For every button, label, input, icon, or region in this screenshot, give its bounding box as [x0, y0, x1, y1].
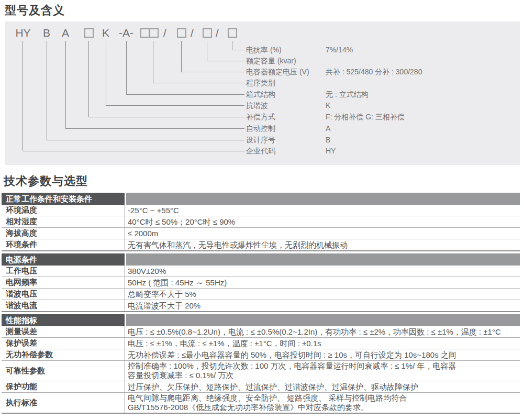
- section-header-label: 正常工作条件和安装条件: [2, 193, 125, 205]
- legend-value: 共补 : 525/480 分补 : 300/280: [326, 67, 422, 77]
- row-label: 谐波电压: [2, 289, 125, 300]
- row-label: 相对湿度: [2, 216, 125, 227]
- model-code-diagram: HY B A K -A- / / / 电抗率 (%)7%/14% 额定容量 (k…: [5, 21, 520, 165]
- row-label: 工作电压: [2, 266, 125, 277]
- legend-row: 程序类别: [246, 78, 518, 88]
- row-value: 电气间隙与爬电距离、绝缘强度、安全防护、 短路强度、 采样与控制电路均符合 GB…: [125, 393, 520, 413]
- row-value: 电流谐波不大于 20%: [125, 301, 520, 311]
- legend-value: 无 : 立式结构: [326, 89, 369, 100]
- row-label: 电网频率: [2, 277, 125, 288]
- code-auto: A: [60, 26, 71, 40]
- legend-label: 抗谐波: [246, 100, 326, 110]
- row-value: 总畸变率不大于 5%: [125, 289, 520, 300]
- connector-line: [23, 41, 244, 151]
- row-value: 电压 : ≤ ±0.5%(0.8~1.2Un)，电流 : ≤ ±0.5%(0.2…: [125, 327, 520, 337]
- legend-label: 箱式结构: [246, 89, 326, 100]
- legend-value: F: 分相补偿 G: 三相补偿: [326, 112, 405, 122]
- legend-label: 补偿方式: [246, 112, 326, 122]
- row-label: 可靠性参数: [2, 361, 125, 381]
- code-placeholder-box: [140, 28, 150, 38]
- legend-label: 额定容量 (kvar): [246, 56, 326, 66]
- row-label: 保护误差: [2, 338, 125, 349]
- legend-row: 电容器额定电压 (V)共补 : 525/480 分补 : 300/280: [246, 67, 518, 77]
- table-section-power-conditions: 电源条件 工作电压 380V±20% 电网频率 50Hz ( 范围 : 45Hz…: [2, 253, 520, 312]
- document-page: 型号及含义 HY B A K -A- / / / 电抗率 (%)7%/14%: [0, 0, 524, 420]
- code-harmonic: K: [101, 26, 111, 40]
- table-row: 可靠性参数 控制准确率 : 100%，投切允许次数 : 100 万次，电容器容量…: [2, 361, 520, 381]
- code-prefix: HY: [15, 26, 31, 40]
- header-fill: [126, 314, 520, 326]
- row-value: 电压 : ≤ ±1%，电流 : ≤ ±1%，温度 : ±1°C，时间 : ±0.…: [125, 338, 520, 349]
- table-row: 保护功能 过压保护、欠压保护、短路保护、过流保护、过谐波保护、过温保护、驱动故障…: [2, 381, 520, 393]
- table-section-performance: 性能指标 测量误差 电压 : ≤ ±0.5%(0.8~1.2Un)，电流 : ≤…: [2, 314, 520, 414]
- legend-value: 7%/14%: [326, 45, 353, 55]
- table-row: 谐波电压 总畸变率不大于 5%: [2, 289, 520, 300]
- section-header: 电源条件: [2, 253, 520, 266]
- table-row: 保护误差 电压 : ≤ ±1%，电流 : ≤ ±1%，温度 : ±1°C，时间 …: [2, 338, 520, 349]
- table-row: 工作电压 380V±20%: [2, 266, 520, 277]
- row-label: 执行标准: [2, 393, 125, 413]
- table-row: 海拔高度 ≤ 2000m: [2, 228, 520, 239]
- legend-row: 抗谐波K: [246, 100, 518, 110]
- table-row: 谐波电流 电流谐波不大于 20%: [2, 300, 520, 312]
- code-design: B: [41, 26, 52, 40]
- code-placeholder-box: [177, 28, 186, 38]
- legend-value: A: [326, 123, 330, 134]
- table-row: 无功补偿参数 无功补偿误差 : ≤最小电容器容量的 50%，电容投切时间 : ≥…: [2, 349, 520, 361]
- model-section-title: 型号及含义: [5, 3, 65, 18]
- code-placeholder-box: [149, 28, 159, 38]
- row-value: 过压保护、欠压保护、短路保护、过流保护、过谐波保护、过温保护、驱动故障保护: [125, 382, 520, 392]
- section-header: 正常工作条件和安装条件: [2, 193, 520, 205]
- legend-label: 电容器额定电压 (V): [246, 67, 326, 77]
- legend-label: 电抗率 (%): [246, 45, 326, 55]
- row-label: 海拔高度: [2, 228, 125, 239]
- legend-row: 自动控制A: [246, 123, 518, 134]
- code-fixed: -A-: [116, 26, 137, 40]
- legend-label: 自动控制: [246, 123, 326, 134]
- legend-value: K: [326, 100, 330, 110]
- code-slash: /: [213, 26, 221, 40]
- legend-row: 箱式结构无 : 立式结构: [246, 89, 518, 100]
- row-label: 测量误差: [2, 326, 125, 337]
- section-header-label: 电源条件: [2, 253, 125, 266]
- legend-row: 设计序号B: [246, 135, 518, 145]
- legend-label: 程序类别: [246, 78, 326, 88]
- row-value: 控制准确率 : 100%，投切允许次数 : 100 万次，电容器容量运行时间衰减…: [125, 361, 520, 381]
- header-fill: [126, 193, 520, 205]
- header-fill: [126, 253, 520, 266]
- legend-label: 企业代码: [246, 146, 326, 156]
- params-section-title: 技术参数与选型: [4, 173, 88, 189]
- legend-row: 额定容量 (kvar): [246, 56, 518, 66]
- row-value: ≤ 2000m: [125, 228, 520, 239]
- row-value: 40°C时 ≤ 50%；20°C时 ≤ 90%: [125, 217, 520, 227]
- row-label: 谐波电流: [2, 300, 125, 311]
- legend-row: 电抗率 (%)7%/14%: [246, 45, 518, 55]
- code-placeholder-box: [228, 28, 237, 38]
- legend-label: 设计序号: [246, 135, 326, 145]
- section-header: 性能指标: [2, 314, 520, 326]
- row-value: 380V±20%: [125, 266, 520, 277]
- row-label: 环境条件: [2, 239, 125, 250]
- code-slash: /: [188, 26, 196, 40]
- table-row: 电网频率 50Hz ( 范围 : 45Hz ～ 55Hz): [2, 277, 520, 289]
- row-label: 无功补偿参数: [2, 349, 125, 360]
- table-row: 测量误差 电压 : ≤ ±0.5%(0.8~1.2Un)，电流 : ≤ ±0.5…: [2, 326, 520, 338]
- legend-value: HY: [326, 146, 336, 156]
- legend-value: B: [326, 135, 330, 145]
- code-placeholder-box: [203, 28, 212, 38]
- parameters-table: 正常工作条件和安装条件 环境温度 -25°C ~ +55°C 相对湿度 40°C…: [2, 193, 520, 416]
- row-label: 保护功能: [2, 381, 125, 392]
- table-row: 执行标准 电气间隙与爬电距离、绝缘强度、安全防护、 短路强度、 采样与控制电路均…: [2, 393, 520, 414]
- legend-row: 企业代码HY: [246, 146, 518, 156]
- table-row: 相对湿度 40°C时 ≤ 50%；20°C时 ≤ 90%: [2, 216, 520, 228]
- section-header-label: 性能指标: [2, 314, 125, 326]
- legend-row: 补偿方式F: 分相补偿 G: 三相补偿: [246, 112, 518, 122]
- row-value: 50Hz ( 范围 : 45Hz ～ 55Hz): [125, 278, 520, 288]
- row-value: 无功补偿误差 : ≤最小电容器容量的 50%，电容投切时间 : ≥ 10s，可自…: [125, 350, 520, 360]
- row-label: 环境温度: [2, 205, 125, 216]
- table-row: 环境条件 无有害气体和蒸汽，无导电性或爆炸性尘埃，无剧烈的机械振动: [2, 239, 520, 251]
- row-value: -25°C ~ +55°C: [125, 205, 520, 216]
- code-placeholder-box: [84, 28, 94, 38]
- table-row: 环境温度 -25°C ~ +55°C: [2, 205, 520, 216]
- code-slash: /: [161, 26, 169, 40]
